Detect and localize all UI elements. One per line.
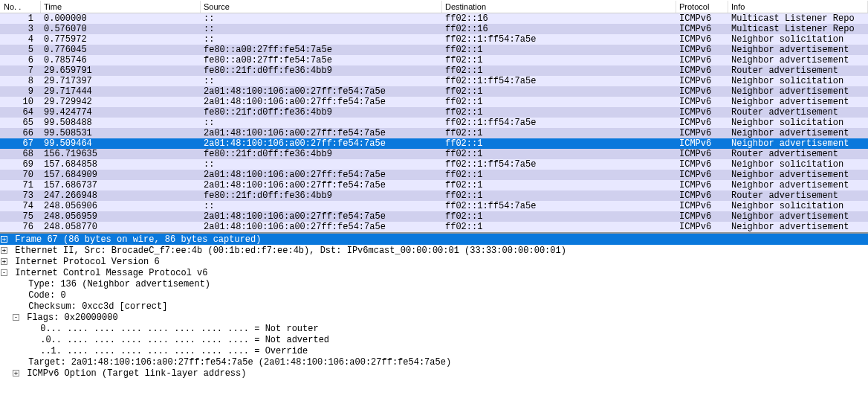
packet-cell-time: 157.684858 [41, 159, 201, 170]
packet-cell-protocol: ICMPv6 [676, 170, 728, 180]
packet-cell-protocol: ICMPv6 [676, 45, 728, 55]
packet-cell-source: fe80::a00:27ff:fe54:7a5e [201, 55, 442, 65]
packet-row[interactable]: 6799.5094642a01:48:100:106:a00:27ff:fe54… [0, 138, 868, 149]
packet-cell-protocol: ICMPv6 [676, 76, 728, 86]
expand-icon[interactable]: + [1, 236, 7, 243]
packet-cell-time: 248.056959 [41, 211, 201, 222]
packet-cell-destination: ff02::1 [442, 170, 676, 180]
packet-cell-protocol: ICMPv6 [676, 55, 728, 65]
packet-row[interactable]: 76248.0587702a01:48:100:106:a00:27ff:fe5… [0, 222, 868, 232]
packet-row[interactable]: 70157.6849092a01:48:100:106:a00:27ff:fe5… [0, 170, 868, 180]
packet-cell-source: fe80::21f:d0ff:fe36:4bb9 [201, 190, 442, 201]
detail-line[interactable]: Checksum: 0xcc3d [correct] [0, 301, 868, 312]
detail-line[interactable]: + Ethernet II, Src: BrocadeC_f7:ee:4b (0… [0, 245, 868, 256]
packet-row[interactable]: 69157.684858::ff02::1:ff54:7a5eICMPv6Nei… [0, 159, 868, 170]
packet-row[interactable]: 75248.0569592a01:48:100:106:a00:27ff:fe5… [0, 211, 868, 222]
detail-line[interactable]: + Frame 67 (86 bytes on wire, 86 bytes c… [0, 234, 868, 245]
packet-row[interactable]: 40.775972::ff02::1:ff54:7a5eICMPv6Neighb… [0, 34, 868, 45]
detail-line[interactable]: - Flags: 0x20000000 [0, 312, 868, 323]
packet-cell-no: 68 [0, 149, 41, 159]
column-header-info[interactable]: Info [728, 1, 868, 13]
packet-cell-no: 64 [0, 107, 41, 118]
packet-row[interactable]: 6699.5085312a01:48:100:106:a00:27ff:fe54… [0, 128, 868, 138]
packet-cell-protocol: ICMPv6 [676, 128, 728, 138]
packet-cell-protocol: ICMPv6 [676, 190, 728, 201]
packet-list-pane: No. . Time Source Destination Protocol I… [0, 0, 868, 234]
column-header-protocol[interactable]: Protocol [676, 1, 728, 13]
packet-cell-time: 0.776045 [41, 45, 201, 55]
detail-text: Target: 2a01:48:100:106:a00:27ff:fe54:7a… [23, 357, 451, 368]
packet-cell-no: 10 [0, 97, 41, 107]
detail-line[interactable]: - Internet Control Message Protocol v6 [0, 267, 868, 278]
packet-cell-no: 74 [0, 201, 41, 211]
detail-line[interactable]: Target: 2a01:48:100:106:a00:27ff:fe54:7a… [0, 356, 868, 368]
packet-row[interactable]: 50.776045fe80::a00:27ff:fe54:7a5eff02::1… [0, 45, 868, 55]
packet-cell-no: 4 [0, 34, 41, 45]
packet-cell-time: 99.424774 [41, 107, 201, 118]
packet-cell-no: 8 [0, 76, 41, 86]
packet-cell-info: Router advertisement [728, 65, 868, 76]
detail-text: Frame 67 (86 bytes on wire, 86 bytes cap… [10, 234, 261, 245]
packet-cell-no: 3 [0, 24, 41, 34]
packet-cell-source: fe80::21f:d0ff:fe36:4bb9 [201, 107, 442, 118]
packet-cell-info: Router advertisement [728, 107, 868, 118]
detail-line[interactable]: Type: 136 (Neighbor advertisement) [0, 278, 868, 289]
detail-text: Code: 0 [23, 290, 66, 301]
packet-row[interactable]: 71157.6867372a01:48:100:106:a00:27ff:fe5… [0, 180, 868, 190]
packet-row[interactable]: 73247.266948fe80::21f:d0ff:fe36:4bb9ff02… [0, 190, 868, 201]
packet-cell-source: :: [201, 13, 442, 24]
column-header-destination[interactable]: Destination [442, 1, 676, 13]
detail-lines-container: + Frame 67 (86 bytes on wire, 86 bytes c… [0, 234, 868, 379]
collapse-icon[interactable]: - [1, 269, 7, 276]
packet-cell-destination: ff02::1 [442, 211, 676, 222]
detail-line[interactable]: + ICMPv6 Option (Target link-layer addre… [0, 368, 868, 379]
packet-cell-time: 248.056906 [41, 201, 201, 211]
packet-cell-source: :: [201, 24, 442, 34]
packet-row[interactable]: 929.7174442a01:48:100:106:a00:27ff:fe54:… [0, 86, 868, 97]
packet-row[interactable]: 60.785746fe80::a00:27ff:fe54:7a5eff02::1… [0, 55, 868, 65]
packet-row[interactable]: 6599.508488::ff02::1:ff54:7a5eICMPv6Neig… [0, 118, 868, 128]
detail-line[interactable]: 0... .... .... .... .... .... .... .... … [0, 323, 868, 334]
expand-icon[interactable]: + [13, 370, 19, 376]
detail-line[interactable]: + Internet Protocol Version 6 [0, 256, 868, 267]
packet-cell-time: 99.509464 [41, 138, 201, 149]
packet-cell-info: Neighbor advertisement [728, 86, 868, 97]
packet-cell-destination: ff02::1 [442, 149, 676, 159]
column-header-no[interactable]: No. . [0, 1, 41, 13]
packet-row[interactable]: 6499.424774fe80::21f:d0ff:fe36:4bb9ff02:… [0, 107, 868, 118]
detail-line[interactable]: .0.. .... .... .... .... .... .... .... … [0, 334, 868, 345]
packet-cell-no: 1 [0, 13, 41, 24]
packet-cell-info: Neighbor advertisement [728, 97, 868, 107]
packet-cell-source: 2a01:48:100:106:a00:27ff:fe54:7a5e [201, 97, 442, 107]
column-header-time[interactable]: Time [41, 1, 201, 13]
detail-line[interactable]: ..1. .... .... .... .... .... .... .... … [0, 345, 868, 356]
packet-row[interactable]: 10.000000::ff02::16ICMPv6Multicast Liste… [0, 13, 868, 24]
packet-row[interactable]: 68156.719635fe80::21f:d0ff:fe36:4bb9ff02… [0, 149, 868, 159]
column-header-source[interactable]: Source [201, 1, 442, 13]
packet-row[interactable]: 729.659791fe80::21f:d0ff:fe36:4bb9ff02::… [0, 65, 868, 76]
packet-cell-protocol: ICMPv6 [676, 86, 728, 97]
packet-cell-protocol: ICMPv6 [676, 34, 728, 45]
packet-cell-info: Neighbor solicitation [728, 118, 868, 128]
packet-cell-time: 29.717397 [41, 76, 201, 86]
detail-text: Flags: 0x20000000 [22, 313, 118, 323]
packet-cell-source: 2a01:48:100:106:a00:27ff:fe54:7a5e [201, 170, 442, 180]
expand-icon[interactable]: + [1, 258, 7, 265]
packet-cell-source: 2a01:48:100:106:a00:27ff:fe54:7a5e [201, 86, 442, 97]
packet-row[interactable]: 30.576070::ff02::16ICMPv6Multicast Liste… [0, 24, 868, 34]
packet-row[interactable]: 1029.7299422a01:48:100:106:a00:27ff:fe54… [0, 97, 868, 107]
detail-text: Ethernet II, Src: BrocadeC_f7:ee:4b (00:… [10, 246, 566, 256]
detail-line[interactable]: Code: 0 [0, 289, 868, 301]
packet-cell-destination: ff02::1 [442, 97, 676, 107]
packet-cell-destination: ff02::1:ff54:7a5e [442, 159, 676, 170]
packet-row[interactable]: 829.717397::ff02::1:ff54:7a5eICMPv6Neigh… [0, 76, 868, 86]
packet-cell-no: 6 [0, 55, 41, 65]
packet-cell-destination: ff02::16 [442, 13, 676, 24]
packet-cell-protocol: ICMPv6 [676, 24, 728, 34]
packet-cell-source: 2a01:48:100:106:a00:27ff:fe54:7a5e [201, 128, 442, 138]
collapse-icon[interactable]: - [13, 314, 19, 321]
packet-row[interactable]: 74248.056906::ff02::1:ff54:7a5eICMPv6Nei… [0, 201, 868, 211]
packet-cell-no: 71 [0, 180, 41, 190]
expand-icon[interactable]: + [1, 247, 7, 254]
detail-text: Internet Protocol Version 6 [10, 257, 160, 267]
